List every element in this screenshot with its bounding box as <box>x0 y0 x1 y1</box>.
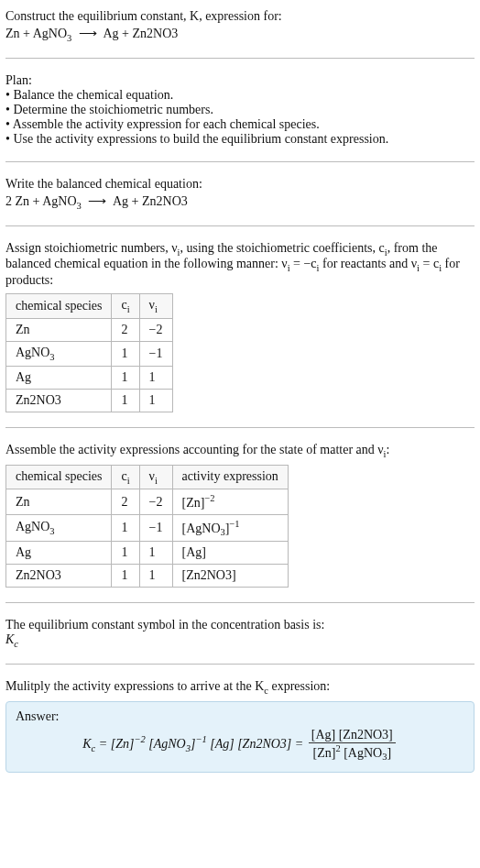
fraction-numerator: [Ag] [Zn2NO3] <box>309 728 396 743</box>
stoich-table: chemical species ci νi Zn 2 −2 AgNO3 1 −… <box>5 293 173 412</box>
divider <box>5 161 475 162</box>
plan-item: • Determine the stoichiometric numbers. <box>5 103 475 117</box>
table-row: Zn2NO3 1 1 <box>6 389 173 412</box>
cell: −2 <box>139 489 172 515</box>
answer-fraction: [Ag] [Zn2NO3] [Zn]2 [AgNO3] <box>307 728 398 762</box>
col-header: ci <box>112 465 139 489</box>
cell: 2 <box>112 318 139 341</box>
balanced-equation: 2 Zn + AgNO3 ⟶ Ag + Zn2NO3 <box>5 193 475 211</box>
answer-label: Answer: <box>16 709 464 724</box>
divider <box>5 58 475 59</box>
title-line: Construct the equilibrium constant, K, e… <box>5 9 475 24</box>
table-row: Ag 1 1 <box>6 366 173 389</box>
cell: 2 <box>112 489 139 515</box>
multiply-text: Mulitply the activity expressions to arr… <box>5 679 475 696</box>
cell: [Zn2NO3] <box>172 565 288 588</box>
table-header-row: chemical species ci νi <box>6 294 173 319</box>
assign-text: Assign stoichiometric numbers, νi, using… <box>5 241 475 289</box>
cell: Zn <box>6 318 112 341</box>
kc-symbol: Kc <box>5 632 475 649</box>
basis-text: The equilibrium constant symbol in the c… <box>5 618 475 632</box>
cell: [Ag] <box>172 542 288 565</box>
plan-item: • Balance the chemical equation. <box>5 88 475 103</box>
cell: 1 <box>139 389 172 412</box>
cell: 1 <box>112 542 139 565</box>
table-header-row: chemical species ci νi activity expressi… <box>6 465 289 489</box>
table-row: Zn2NO3 1 1 [Zn2NO3] <box>6 565 289 588</box>
fraction-denominator: [Zn]2 [AgNO3] <box>309 743 396 762</box>
eq-rhs: Ag + Zn2NO3 <box>104 27 179 40</box>
cell: 1 <box>112 366 139 389</box>
unbalanced-equation: Zn + AgNO3 ⟶ Ag + Zn2NO3 <box>5 26 475 43</box>
activity-table: chemical species ci νi activity expressi… <box>5 465 289 588</box>
col-header: chemical species <box>6 465 112 489</box>
cell: Ag <box>6 542 112 565</box>
cell: −1 <box>139 515 172 542</box>
table-row: AgNO3 1 −1 <box>6 341 173 366</box>
eq-rhs: Ag + Zn2NO3 <box>113 194 188 208</box>
plan-item: • Use the activity expressions to build … <box>5 132 475 147</box>
cell: Zn <box>6 489 112 515</box>
cell: 1 <box>112 389 139 412</box>
table-row: Zn 2 −2 [Zn]−2 <box>6 489 289 515</box>
cell: Ag <box>6 366 112 389</box>
arrow-icon: ⟶ <box>75 27 101 40</box>
cell: Zn2NO3 <box>6 389 112 412</box>
col-header: chemical species <box>6 294 112 319</box>
assemble-text: Assemble the activity expressions accoun… <box>5 443 475 459</box>
cell: AgNO3 <box>6 341 112 366</box>
table-row: Zn 2 −2 <box>6 318 173 341</box>
cell: [AgNO3]−1 <box>172 515 288 542</box>
cell: 1 <box>139 565 172 588</box>
arrow-icon: ⟶ <box>84 194 110 208</box>
cell: 1 <box>139 366 172 389</box>
eq-lhs: 2 Zn + AgNO3 <box>5 194 82 208</box>
answer-expression: Kc = [Zn]−2 [AgNO3]−1 [Ag] [Zn2NO3] = [A… <box>16 728 464 762</box>
cell: AgNO3 <box>6 515 112 542</box>
divider <box>5 427 475 428</box>
answer-box: Answer: Kc = [Zn]−2 [AgNO3]−1 [Ag] [Zn2N… <box>5 701 475 772</box>
cell: 1 <box>112 565 139 588</box>
divider <box>5 664 475 665</box>
cell: Zn2NO3 <box>6 565 112 588</box>
balanced-header: Write the balanced chemical equation: <box>5 177 475 192</box>
cell: 1 <box>112 341 139 366</box>
table-row: AgNO3 1 −1 [AgNO3]−1 <box>6 515 289 542</box>
cell: [Zn]−2 <box>172 489 288 515</box>
answer-left: Kc = [Zn]−2 [AgNO3]−1 [Ag] [Zn2NO3] = <box>82 737 303 751</box>
cell: 1 <box>112 515 139 542</box>
divider <box>5 225 475 226</box>
plan-item: • Assemble the activity expression for e… <box>5 117 475 132</box>
eq-lhs: Zn + AgNO3 <box>5 27 71 40</box>
cell: −2 <box>139 318 172 341</box>
table-row: Ag 1 1 [Ag] <box>6 542 289 565</box>
col-header: νi <box>139 465 172 489</box>
col-header: νi <box>139 294 172 319</box>
col-header: ci <box>112 294 139 319</box>
divider <box>5 602 475 603</box>
cell: 1 <box>139 542 172 565</box>
col-header: activity expression <box>172 465 288 489</box>
plan-header: Plan: <box>5 73 475 88</box>
cell: −1 <box>139 341 172 366</box>
